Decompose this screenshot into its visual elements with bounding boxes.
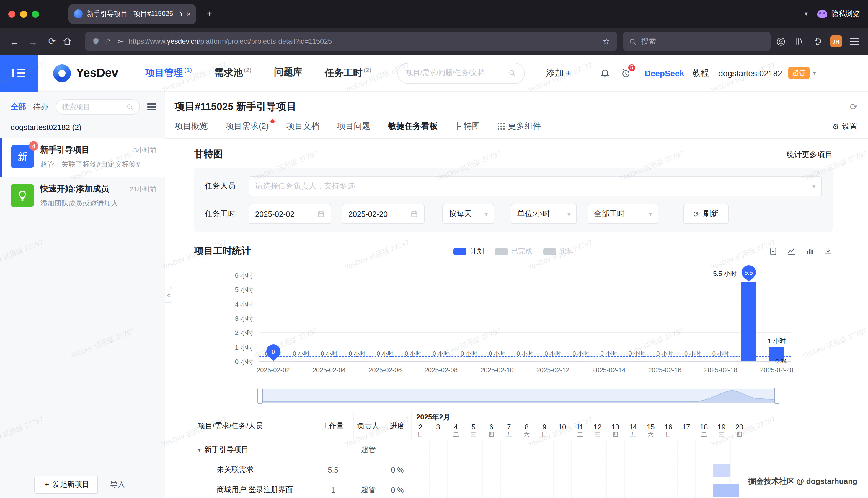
url-bar[interactable]: https://www.yesdev.cn/platform/project/p…	[85, 32, 617, 51]
stats-more-link[interactable]: 统计更多项目	[787, 149, 832, 160]
tab-close-icon[interactable]: ×	[187, 10, 191, 18]
date-end-input[interactable]: 2025-02-20	[342, 204, 425, 224]
gantt-day-header: 9日	[536, 422, 553, 440]
filter-todo-tab[interactable]: 待办	[33, 102, 49, 112]
project-tab[interactable]: 项目概览	[175, 121, 208, 132]
username-label[interactable]: dogstartest02182	[718, 68, 782, 78]
profile-avatar[interactable]: JH	[830, 36, 842, 47]
import-button[interactable]: 导入	[110, 480, 125, 490]
chevron-down-icon[interactable]: ▾	[813, 70, 816, 76]
extensions-icon[interactable]	[810, 37, 826, 46]
project-search-input[interactable]: 搜索项目	[55, 99, 140, 115]
browser-tab[interactable]: 新手引导项目 - 项目#115025 - Ye ×	[68, 4, 196, 24]
x-axis-label: 2025-02-06	[369, 366, 402, 374]
project-tab[interactable]: 更多组件	[498, 121, 541, 132]
project-list-item[interactable]: 新4新手引导项目3小时前超管：关联了标签#自定义标签#	[0, 137, 165, 176]
scope-select[interactable]: 全部工时 ▾	[588, 204, 658, 224]
worktime-label: 任务工时	[205, 209, 238, 219]
menu-icon[interactable]	[846, 38, 862, 45]
gantt-table-row[interactable]: 商城用户-登录注册界面1超管0 %	[194, 480, 748, 498]
window-zoom-button[interactable]	[32, 10, 39, 17]
window-close-button[interactable]	[8, 10, 15, 17]
expand-caret-icon[interactable]: ▾	[198, 447, 201, 453]
project-tab[interactable]: 项目需求(2)	[226, 121, 269, 132]
bar-value-label: 0 小时	[629, 350, 645, 358]
filter-all-tab[interactable]: 全部	[11, 102, 26, 112]
unit-value: 单位:小时	[517, 209, 550, 219]
settings-button[interactable]: ⚙ 设置	[832, 121, 857, 132]
x-axis-label: 2025-02-14	[592, 366, 626, 374]
chart-legend: 计划已完成实际	[453, 246, 574, 257]
new-tab-button[interactable]: +	[203, 8, 216, 20]
bookmark-star-icon[interactable]: ☆	[603, 37, 610, 46]
project-tab[interactable]: 甘特图	[455, 121, 480, 132]
library-icon[interactable]	[791, 37, 807, 46]
nav-count-badge: (2)	[244, 66, 252, 74]
table-column-header: 项目/需求/任务/人员	[194, 412, 312, 440]
legend-item[interactable]: 计划	[453, 246, 484, 257]
sidebar-collapse-handle[interactable]: «	[165, 287, 172, 303]
chart-datazoom-slider[interactable]	[259, 389, 778, 403]
main-nav-item[interactable]: 需求池(2)	[214, 66, 252, 80]
new-project-button[interactable]: ＋ 发起新项目	[34, 475, 98, 494]
bar-chart-icon[interactable]	[805, 247, 814, 256]
tracking-shield-icon[interactable]	[92, 37, 100, 45]
search-placeholder: 搜索	[641, 36, 656, 47]
gantt-table-row[interactable]: 未关联需求5.50 %	[194, 460, 748, 480]
permissions-icon[interactable]	[116, 38, 124, 45]
workspace-group-label[interactable]: dogstartest02182 (2)	[0, 118, 165, 137]
main-nav-item[interactable]: 任务工时(2)	[325, 66, 371, 80]
line-chart-icon[interactable]	[787, 247, 796, 256]
sidebar-list-menu-icon[interactable]	[147, 103, 157, 110]
bar-value-label: 0 小时	[601, 350, 617, 358]
datazoom-right-handle[interactable]	[774, 388, 779, 404]
sidebar-toggle-button[interactable]	[0, 55, 38, 91]
refresh-icon[interactable]: ⟳	[850, 101, 857, 112]
row-owner: 超管	[354, 440, 383, 460]
project-tab[interactable]: 项目问题	[337, 121, 370, 132]
row-workload: 5.5	[312, 460, 354, 480]
unit-select[interactable]: 单位:小时 ▾	[511, 204, 577, 224]
back-icon[interactable]: ←	[6, 36, 23, 47]
chart-bar[interactable]	[741, 282, 757, 361]
main-nav-item[interactable]: 问题库	[274, 66, 302, 80]
main-nav-item[interactable]: 项目管理(1)	[145, 66, 192, 80]
reload-icon[interactable]: ⟳	[44, 36, 60, 47]
lock-icon[interactable]	[105, 38, 111, 45]
datazoom-left-handle[interactable]	[257, 388, 263, 404]
project-tab[interactable]: 项目文档	[286, 121, 319, 132]
gantt-bar[interactable]	[713, 464, 731, 477]
granularity-select[interactable]: 按每天 ▾	[442, 204, 494, 224]
home-icon[interactable]	[63, 37, 79, 46]
gantt-bar[interactable]	[713, 484, 739, 497]
global-search-placeholder: 项目/需求/问题/任务/文档	[406, 68, 503, 78]
download-icon[interactable]	[824, 247, 832, 256]
window-minimize-button[interactable]	[20, 10, 27, 17]
alarm-clock-icon[interactable]: 5	[620, 68, 631, 78]
legend-item[interactable]: 已完成	[495, 246, 532, 257]
forward-icon[interactable]: →	[25, 36, 41, 47]
tutorial-link[interactable]: 教程	[692, 68, 709, 78]
gantt-table-row[interactable]: ▾新手引导项目超管	[194, 440, 748, 460]
y-axis-label: 1 小时	[217, 343, 253, 352]
page-title: 项目#115025 新手引导项目	[175, 100, 296, 114]
account-icon[interactable]	[773, 36, 789, 47]
project-tabs: 项目概览项目需求(2)项目文档项目问题敏捷任务看板甘特图更多组件 ⚙ 设置	[165, 114, 868, 139]
refresh-button[interactable]: ⟳ 刷新	[683, 204, 729, 224]
x-axis-label: 2025-02-10	[480, 366, 514, 374]
bell-icon[interactable]	[600, 68, 610, 78]
filter-panel: 任务人员 请选择任务负责人，支持多选 ▾ 任务工时 2025-02-02	[194, 168, 832, 232]
legend-item[interactable]: 实际	[543, 246, 574, 257]
list-all-tabs-icon[interactable]: ▾	[804, 10, 808, 18]
report-doc-icon[interactable]	[769, 247, 778, 256]
deepseek-link[interactable]: DeepSeek	[644, 68, 684, 78]
project-tab[interactable]: 敏捷任务看板	[388, 121, 438, 132]
project-list-item[interactable]: 快速开始:添加成员21小时前添加团队成员或邀请加入	[0, 176, 165, 215]
chart-title: 项目工时统计	[194, 245, 251, 258]
global-search-input[interactable]: 项目/需求/问题/任务/文档	[397, 62, 525, 83]
assignee-select[interactable]: 请选择任务负责人，支持多选 ▾	[249, 176, 822, 196]
add-button[interactable]: 添加＋	[546, 67, 573, 79]
brand-logo[interactable]: YesDev	[53, 64, 118, 82]
date-start-input[interactable]: 2025-02-02	[249, 204, 331, 224]
browser-search-field[interactable]: 搜索	[623, 32, 771, 51]
